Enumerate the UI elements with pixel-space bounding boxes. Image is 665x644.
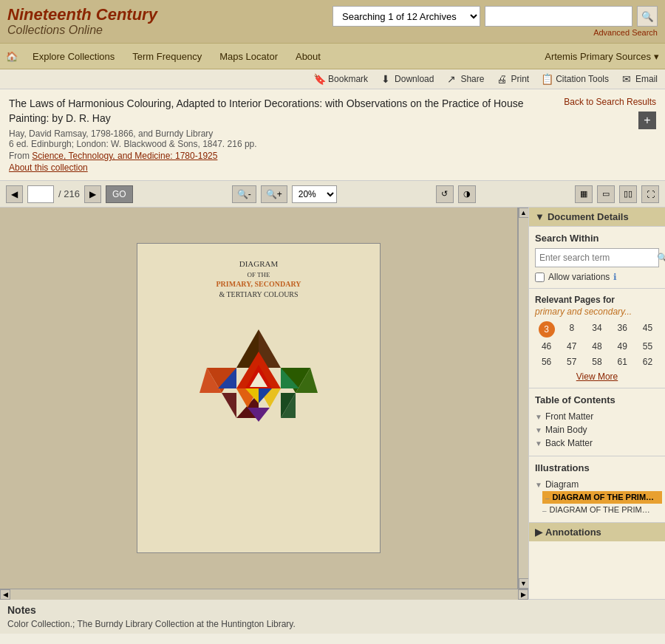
main-content: DIAGRAM OF THE PRIMARY, SECONDARY & TERT… bbox=[0, 208, 665, 599]
page-number-61[interactable]: 61 bbox=[611, 355, 634, 369]
illustrations-parent-label: Diagram bbox=[545, 479, 579, 490]
print-button[interactable]: 🖨 Print bbox=[496, 73, 529, 85]
allow-variations-info-icon[interactable]: ℹ bbox=[613, 272, 617, 282]
illustrations-title: Illustrations bbox=[535, 462, 659, 473]
page-number-46[interactable]: 46 bbox=[535, 340, 558, 353]
illustrations-section: Illustrations ▼ Diagram – DIAGRAM OF THE… bbox=[529, 456, 665, 522]
citation-button[interactable]: 📋 Citation Tools bbox=[541, 73, 609, 85]
scroll-right-button[interactable]: ▶ bbox=[518, 589, 528, 600]
add-button[interactable]: + bbox=[638, 112, 656, 129]
page-number-62[interactable]: 62 bbox=[636, 355, 659, 369]
expand-icon: ▼ bbox=[535, 481, 542, 489]
zoom-out-button[interactable]: 🔍- bbox=[232, 185, 256, 203]
nav-maps-locator[interactable]: Maps Locator bbox=[211, 45, 287, 68]
document-details-header[interactable]: ▼ Document Details bbox=[529, 208, 665, 227]
page-number-55[interactable]: 55 bbox=[636, 340, 659, 353]
page-number-3[interactable]: 3 bbox=[539, 321, 555, 338]
artemis-dropdown[interactable]: Artemis Primary Sources ▾ bbox=[545, 51, 659, 62]
toc-title: Table of Contents bbox=[535, 394, 659, 405]
annotations-section[interactable]: ▶ Annotations bbox=[529, 522, 665, 541]
zoom-in-button[interactable]: 🔍+ bbox=[261, 185, 287, 203]
download-button[interactable]: ⬇ Download bbox=[380, 73, 434, 85]
page-number-8[interactable]: 8 bbox=[560, 321, 583, 338]
page-number-47[interactable]: 47 bbox=[560, 340, 583, 353]
viewer-controls: ◀ 3 / 216 ▶ GO 🔍- 🔍+ 20%50%75%100%150%20… bbox=[0, 181, 665, 208]
search-within-button[interactable]: 🔍 bbox=[654, 251, 665, 264]
toc-back-matter[interactable]: ▼ Back Matter bbox=[535, 436, 659, 450]
document-title: The Laws of Harmonious Colouring, Adapte… bbox=[9, 97, 564, 126]
search-area: Searching 1 of 12 Archives 🔍 Advanced Se… bbox=[172, 6, 658, 37]
share-button[interactable]: ↗ Share bbox=[446, 73, 484, 85]
page-number-56[interactable]: 56 bbox=[535, 355, 558, 369]
page-number-input[interactable]: 3 bbox=[27, 185, 54, 203]
nav-explore-collections[interactable]: Explore Collections bbox=[24, 45, 123, 68]
illustration-item-2[interactable]: – DIAGRAM OF THE PRIMA... bbox=[542, 504, 659, 516]
toc-main-body-label: Main Body bbox=[545, 425, 587, 435]
artemis-dropdown-icon: ▾ bbox=[654, 51, 659, 62]
page-number-58[interactable]: 58 bbox=[585, 355, 608, 369]
document-author: Hay, David Ramsay, 1798-1866, and Burndy… bbox=[9, 129, 564, 139]
main-search-input[interactable] bbox=[485, 6, 632, 27]
bookmark-label: Bookmark bbox=[328, 74, 368, 84]
zoom-select[interactable]: 20%50%75%100%150%200% bbox=[292, 185, 337, 203]
toc-main-body[interactable]: ▼ Main Body bbox=[535, 423, 659, 436]
toc-arrow-icon: ▼ bbox=[535, 413, 542, 421]
next-page-button[interactable]: ▶ bbox=[84, 185, 101, 203]
toc-section: Table of Contents ▼ Front Matter ▼ Main … bbox=[529, 388, 665, 456]
illustration-item-1-active[interactable]: – DIAGRAM OF THE PRIMA... bbox=[542, 491, 662, 504]
page-number-34[interactable]: 34 bbox=[585, 321, 608, 338]
illustration-label-1: DIAGRAM OF THE PRIMA... bbox=[553, 493, 656, 501]
citation-icon: 📋 bbox=[541, 73, 553, 85]
page-number-45[interactable]: 45 bbox=[636, 321, 659, 338]
invert-button[interactable]: ◑ bbox=[458, 185, 476, 203]
page-number-57[interactable]: 57 bbox=[560, 355, 583, 369]
expand-icon: ▶ bbox=[535, 527, 542, 538]
allow-variations-checkbox[interactable] bbox=[535, 273, 545, 282]
search-within-input-wrap: 🔍 bbox=[535, 248, 659, 267]
search-within-input[interactable] bbox=[536, 249, 654, 267]
nav-term-frequency[interactable]: Term Frequency bbox=[123, 45, 211, 68]
refresh-button[interactable]: ↺ bbox=[436, 185, 454, 203]
right-panel: ▼ Document Details Search Within 🔍 Allow… bbox=[528, 208, 665, 599]
scroll-left-button[interactable]: ◀ bbox=[0, 589, 10, 600]
back-to-search-link[interactable]: Back to Search Results bbox=[564, 97, 656, 107]
relevant-pages-section: Relevant Pages for primary and secondary… bbox=[529, 289, 665, 388]
search-top-row: Searching 1 of 12 Archives 🔍 bbox=[172, 6, 658, 27]
go-button[interactable]: GO bbox=[106, 185, 133, 203]
relevant-pages-title: Relevant Pages for bbox=[535, 295, 659, 305]
single-view-button[interactable]: ▭ bbox=[597, 185, 615, 203]
page-number-48[interactable]: 48 bbox=[585, 340, 608, 353]
prev-page-button[interactable]: ◀ bbox=[6, 185, 23, 203]
full-view-button[interactable]: ⛶ bbox=[641, 185, 659, 203]
main-search-button[interactable]: 🔍 bbox=[637, 6, 658, 27]
view-more-link[interactable]: View More bbox=[535, 371, 659, 382]
double-view-button[interactable]: ▯▯ bbox=[619, 185, 637, 203]
document-image: DIAGRAM OF THE PRIMARY, SECONDARY & TERT… bbox=[137, 243, 381, 553]
advanced-search-link[interactable]: Advanced Search bbox=[593, 28, 658, 37]
from-collection-link[interactable]: Science, Technology, and Medicine: 1780-… bbox=[32, 151, 217, 161]
page-number-49[interactable]: 49 bbox=[611, 340, 634, 353]
scroll-down-button[interactable]: ▼ bbox=[519, 578, 529, 589]
email-button[interactable]: ✉ Email bbox=[621, 73, 658, 85]
scroll-up-button[interactable]: ▲ bbox=[519, 208, 529, 218]
about-collection-link[interactable]: About this collection bbox=[9, 162, 564, 173]
viewer-vertical-scrollbar[interactable]: ▲ ▼ bbox=[518, 208, 528, 589]
page-total: / 216 bbox=[58, 188, 80, 199]
home-nav-icon[interactable]: 🏠 bbox=[6, 51, 18, 62]
page-grid: 3834364546474849555657586162 bbox=[535, 321, 659, 369]
illustrations-parent-diagram[interactable]: ▼ Diagram bbox=[535, 478, 659, 491]
toc-front-matter-label: Front Matter bbox=[545, 411, 593, 422]
viewer-horizontal-scrollbar[interactable]: ◀ ▶ bbox=[0, 589, 528, 599]
bookmark-button[interactable]: 🔖 Bookmark bbox=[313, 73, 368, 85]
document-viewer[interactable]: DIAGRAM OF THE PRIMARY, SECONDARY & TERT… bbox=[0, 208, 518, 589]
download-icon: ⬇ bbox=[380, 73, 392, 85]
illus-dash: – bbox=[542, 507, 547, 515]
page-number-36[interactable]: 36 bbox=[611, 321, 634, 338]
viewer-with-scrollbar: DIAGRAM OF THE PRIMARY, SECONDARY & TERT… bbox=[0, 208, 528, 589]
nav-about[interactable]: About bbox=[287, 45, 330, 68]
toc-front-matter[interactable]: ▼ Front Matter bbox=[535, 410, 659, 423]
archive-select[interactable]: Searching 1 of 12 Archives bbox=[332, 6, 480, 27]
download-label: Download bbox=[395, 74, 434, 84]
logo-title: Nineteenth Century bbox=[7, 6, 157, 24]
grid-view-button[interactable]: ▦ bbox=[575, 185, 593, 203]
